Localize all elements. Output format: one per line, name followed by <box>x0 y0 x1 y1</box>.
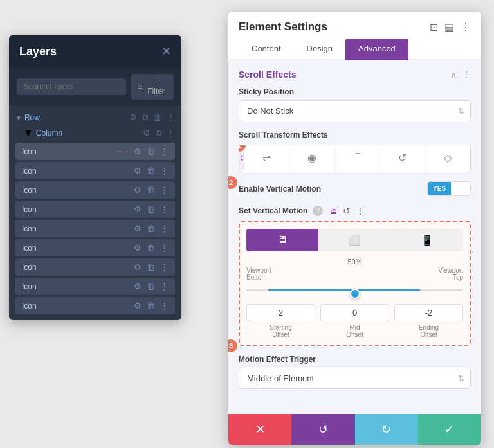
transform-btn-scale[interactable]: ◇ <box>426 145 470 172</box>
trigger-label: Motion Effect Trigger <box>239 355 471 364</box>
item-label: Icon <box>22 244 130 253</box>
delete-icon[interactable]: 🗑 <box>147 262 155 272</box>
device-tab-tablet[interactable]: ⬜ <box>318 229 390 251</box>
gear-icon[interactable]: ⚙ <box>134 224 142 233</box>
enable-vertical-row: Enable Vertical Motion YES <box>239 181 471 196</box>
tree-row-row[interactable]: ▼ Row ⚙ ⧉ 🗑 ⋮ <box>9 110 181 125</box>
more-icon[interactable]: ⋮ <box>160 282 169 291</box>
sticky-position-select[interactable]: Do Not Stick <box>239 100 471 121</box>
mid-offset-input[interactable] <box>320 304 389 321</box>
sticky-position-label: Sticky Position <box>239 87 471 96</box>
more-icon[interactable]: ⋮ <box>160 301 169 310</box>
tab-design[interactable]: Design <box>294 39 345 60</box>
redo-button[interactable]: ↻ <box>355 414 418 445</box>
more-icon[interactable]: ⋮ <box>160 262 169 272</box>
ending-offset-input[interactable] <box>394 304 463 321</box>
list-item[interactable]: Icon ⚙ 🗑 ⋮ <box>15 239 175 256</box>
redo-icon: ↻ <box>381 422 391 436</box>
layers-title: Layers <box>19 45 57 58</box>
reset-icon[interactable]: ↺ <box>343 206 351 216</box>
gear-icon[interactable]: ⚙ <box>143 128 151 138</box>
duplicate-icon[interactable]: ⧉ <box>142 112 148 123</box>
tree-row-column[interactable]: ▼ Column ⚙ ⧉ ⋮ <box>9 125 181 141</box>
delete-icon[interactable]: 🗑 <box>147 282 155 291</box>
list-item[interactable]: Icon ⚙ 🗑 ⋮ <box>15 181 175 199</box>
transform-btn-blur[interactable]: ⌒ <box>335 145 380 172</box>
more-icon[interactable]: ⋮ <box>356 206 365 216</box>
scroll-transform-icons: 1 ↕ ⇌ ◉ ⌒ ↺ ◇ <box>239 145 471 172</box>
layers-close-button[interactable]: ✕ <box>161 44 171 58</box>
more-options-icon[interactable]: ⋮ <box>461 21 471 33</box>
starting-offset-label: StartingOffset <box>246 324 315 338</box>
filter-button[interactable]: ≡ + Filter <box>131 74 174 100</box>
transform-btn-horizontal[interactable]: ⇌ <box>244 145 289 172</box>
gear-icon[interactable]: ⚙ <box>134 166 142 175</box>
item-label: Icon <box>22 282 130 291</box>
gear-icon[interactable]: ⚙ <box>134 282 142 291</box>
gear-icon[interactable]: ⚙ <box>134 243 142 253</box>
desktop-icon[interactable]: 🖥 <box>328 205 338 216</box>
gear-icon[interactable]: ⚙ <box>134 204 142 214</box>
list-item[interactable]: Icon ⚙ 🗑 ⋮ <box>15 297 175 314</box>
delete-icon[interactable]: 🗑 <box>147 166 155 175</box>
delete-icon[interactable]: 🗑 <box>147 147 155 156</box>
slider-track <box>246 289 463 291</box>
delete-icon[interactable]: 🗑 <box>153 112 161 123</box>
list-item[interactable]: Icon ⚙ 🗑 ⋮ <box>15 162 175 179</box>
more-icon[interactable]: ⋮ <box>160 185 169 195</box>
more-icon[interactable]: ⋮ <box>160 204 169 214</box>
trigger-select[interactable]: Middle of Element <box>239 368 471 389</box>
duplicate-icon[interactable]: ⧉ <box>156 128 161 138</box>
delete-icon[interactable]: 🗑 <box>147 204 155 214</box>
search-input[interactable] <box>17 78 126 95</box>
device-tab-mobile[interactable]: 📱 <box>391 229 463 251</box>
list-item[interactable]: Icon ⚙ 🗑 ⋮ <box>15 201 175 218</box>
arrow-icon: ▼ <box>23 127 33 139</box>
more-icon[interactable]: ⋮ <box>160 243 169 253</box>
reset-button[interactable]: ↺ <box>291 414 354 445</box>
columns-icon[interactable]: ▤ <box>444 21 454 33</box>
layers-header: Layers ✕ <box>9 35 181 67</box>
list-item[interactable]: Icon ⚙ 🗑 ⋮ <box>15 220 175 237</box>
more-icon[interactable]: ⋮ <box>160 147 169 156</box>
delete-icon[interactable]: 🗑 <box>147 185 155 195</box>
item-icons: ⚙ 🗑 ⋮ <box>134 166 169 175</box>
help-icon[interactable]: ? <box>313 206 323 216</box>
delete-icon[interactable]: 🗑 <box>147 243 155 253</box>
transform-btn-rotate[interactable]: ↺ <box>380 145 425 172</box>
delete-icon[interactable]: 🗑 <box>147 224 155 233</box>
transform-icon-wrap: 1 ↕ <box>239 145 244 172</box>
scroll-effects-title: Scroll Effects <box>239 69 296 80</box>
more-icon[interactable]: ⋮ <box>167 112 175 123</box>
list-item[interactable]: Icon ⚙ 🗑 ⋮ <box>15 278 175 295</box>
toggle-no <box>451 186 470 192</box>
responsive-icon[interactable]: ⊡ <box>430 21 438 33</box>
save-button[interactable]: ✓ <box>418 414 481 445</box>
gear-icon[interactable]: ⚙ <box>134 185 142 195</box>
tab-advanced[interactable]: Advanced <box>345 39 408 60</box>
delete-icon[interactable]: 🗑 <box>147 301 155 310</box>
collapse-icon[interactable]: ∧ <box>450 69 457 80</box>
transform-btn-fade[interactable]: ◉ <box>289 145 334 172</box>
device-tab-desktop[interactable]: 🖥 <box>246 229 318 251</box>
starting-offset-input[interactable] <box>246 304 315 321</box>
cancel-button[interactable]: ✕ <box>228 414 291 445</box>
list-item[interactable]: Icon ⚙ 🗑 ⋮ <box>15 258 175 276</box>
layers-search-bar: ≡ + Filter <box>9 67 181 106</box>
list-item[interactable]: Icon ···→ ⚙ 🗑 ⋮ <box>15 143 175 160</box>
gear-icon[interactable]: ⚙ <box>129 112 137 123</box>
toggle-vertical-motion[interactable]: YES <box>427 181 471 196</box>
badge-2: 2 <box>228 176 237 189</box>
gear-icon[interactable]: ⚙ <box>134 147 142 156</box>
item-label: Icon <box>22 147 112 156</box>
more-icon[interactable]: ⋮ <box>462 69 471 80</box>
more-icon[interactable]: ⋮ <box>167 128 175 138</box>
item-label: Icon <box>22 301 130 310</box>
gear-icon[interactable]: ⚙ <box>134 262 142 272</box>
gear-icon[interactable]: ⚙ <box>134 301 142 310</box>
more-icon[interactable]: ⋮ <box>160 166 169 175</box>
slider-thumb[interactable] <box>350 289 360 299</box>
more-icon[interactable]: ⋮ <box>160 224 169 233</box>
tab-content[interactable]: Content <box>239 39 294 60</box>
item-icons: ⚙ 🗑 ⋮ <box>134 262 169 272</box>
